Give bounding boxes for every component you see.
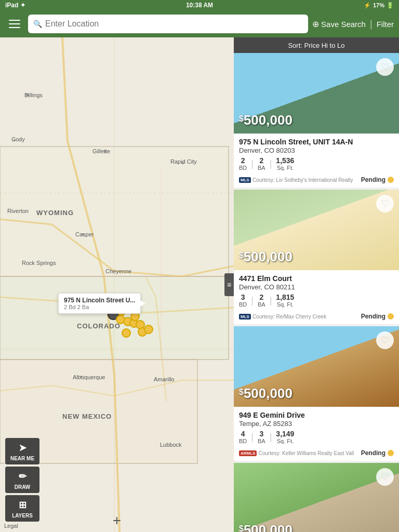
search-bar[interactable]: 🔍 [28, 15, 308, 33]
search-icon: 🔍 [33, 20, 42, 28]
save-search-button[interactable]: ⊕ Save Search [312, 19, 366, 29]
layers-label: LAYERS [12, 513, 33, 518]
listing-card-2[interactable]: $500,000 ♡ 4471 Elm Court Denver, CO 802… [234, 190, 399, 324]
nav-bar: 🔍 ⊕ Save Search | Filter [0, 10, 399, 37]
map-label-cheyenne: Cheyenne [105, 268, 131, 274]
tooltip-arrow [140, 300, 145, 307]
map-tooltip: 975 N Lincoln Street U... 2 Bd 2 Ba [58, 293, 141, 314]
listing-city-1: Denver, CO 80203 [239, 147, 394, 154]
tooltip-title: 975 N Lincoln Street U... [64, 297, 135, 304]
status-badge-3: Pending [361, 449, 394, 457]
listing-card-3[interactable]: $500,000 ♡ 949 E Gemini Drive Tempe, AZ … [234, 326, 399, 461]
layers-button[interactable]: ⊞ LAYERS [5, 495, 39, 522]
listing-city-3: Tempe, AZ 85283 [239, 420, 394, 428]
stat-bd-1: 2 BD [239, 156, 250, 171]
listing-address-2: 4471 Elm Court [239, 274, 394, 283]
battery-icon: 🔋 [387, 2, 394, 9]
svg-rect-6 [0, 147, 229, 276]
draw-button[interactable]: ✏ DRAW [5, 467, 39, 493]
status-left: iPad ✦ [5, 2, 25, 9]
map-pin[interactable] [122, 328, 131, 338]
listing-city-2: Denver, CO 80211 [239, 283, 394, 291]
listing-image-3: $500,000 ♡ [234, 326, 399, 407]
listing-price-3: $500,000 [239, 385, 292, 402]
location-search-input[interactable] [45, 19, 303, 29]
stat-sqft-3: 3,149 Sq. Ft. [273, 430, 297, 444]
status-dot-1 [388, 177, 394, 183]
status-badge-1: Pending [361, 176, 394, 183]
listing-footer-3: ARMLS Courtesy: Keller Williams Realty E… [234, 447, 399, 461]
listing-price-1: $500,000 [239, 112, 292, 128]
listing-stats-2: 3 BD | 2 BA | 1,815 Sq. Ft. [239, 293, 394, 308]
listing-price-4: $500,000 [239, 522, 292, 532]
map-label-lubbock: Lubbock [160, 442, 182, 448]
status-right: ⚡ 17% 🔋 [364, 2, 394, 9]
favorite-button-2[interactable]: ♡ [376, 195, 394, 212]
listing-address-3: 949 E Gemini Drive [239, 411, 394, 419]
map-area[interactable]: Billings Cody Gillette Rapid City WYOMIN… [0, 37, 234, 532]
hamburger-line [9, 23, 20, 24]
stat-bd-3: 4 BD [239, 430, 250, 444]
favorite-button-1[interactable]: ♡ [376, 58, 394, 76]
listings-scroll: $500,000 ♡ 975 N Lincoln Street, UNIT 14… [234, 53, 399, 532]
status-dot-2 [388, 313, 394, 320]
tooltip-sub: 2 Bd 2 Ba [64, 304, 135, 310]
map-label-colorado: COLORADO [77, 322, 121, 330]
listing-card-4[interactable]: $500,000 ♡ 887 Home Farm Avenue Denver, … [234, 463, 399, 532]
listing-address-1: 975 N Lincoln Street, UNIT 14A-N [239, 138, 394, 146]
city-dot-billings [26, 94, 29, 96]
legal-link[interactable]: Legal [4, 523, 18, 529]
draw-icon: ✏ [19, 471, 26, 482]
collapse-handle[interactable]: ≡ [224, 273, 234, 296]
ipad-label: iPad ✦ [5, 2, 25, 9]
map-label-casper: Casper [75, 231, 94, 237]
map-label-newmexico: NEW MEXICO [62, 413, 112, 420]
listing-info-1: 975 N Lincoln Street, UNIT 14A-N Denver,… [234, 134, 399, 174]
map-label-amarillo: Amarillo [154, 376, 175, 382]
save-search-label: Save Search [321, 20, 366, 29]
favorite-button-3[interactable]: ♡ [376, 331, 394, 349]
hamburger-button[interactable] [5, 15, 24, 33]
draw-label: DRAW [15, 484, 31, 490]
listing-price-2: $500,000 [239, 249, 292, 265]
bluetooth-icon: ⚡ [364, 2, 371, 9]
courtesy-3: ARMLS Courtesy: Keller Williams Realty E… [239, 450, 354, 456]
listing-image-1: $500,000 ♡ [234, 53, 399, 134]
stat-ba-3: 3 BA [255, 430, 269, 444]
collapse-icon: ≡ [227, 281, 231, 289]
stat-divider: | [251, 295, 254, 306]
near-me-label: NEAR ME [10, 456, 34, 461]
stat-sqft-1: 1,536 Sq. Ft. [273, 156, 297, 171]
stat-divider: | [270, 295, 272, 306]
map-pin[interactable] [144, 325, 153, 334]
listings-panel: Sort: Price Hi to Lo $500,000 ♡ 975 N Li… [234, 37, 399, 532]
nav-divider: | [370, 19, 373, 30]
bookmark-icon: ⊕ [312, 19, 319, 29]
courtesy-2: MLS Courtesy: Re/Max Cherry Creek [239, 314, 326, 320]
listing-info-3: 949 E Gemini Drive Tempe, AZ 85283 4 BD … [234, 407, 399, 447]
sort-bar[interactable]: Sort: Price Hi to Lo [234, 37, 399, 53]
hamburger-line [9, 20, 20, 21]
main-content: Billings Cody Gillette Rapid City WYOMIN… [0, 37, 399, 532]
mls-logo-1: MLS [239, 177, 251, 183]
map-controls: ➤ NEAR ME ✏ DRAW ⊞ LAYERS [5, 438, 39, 522]
filter-button[interactable]: Filter [377, 20, 394, 29]
favorite-button-4[interactable]: ♡ [376, 468, 394, 486]
mls-logo-3: ARMLS [239, 450, 257, 456]
listing-card-1[interactable]: $500,000 ♡ 975 N Lincoln Street, UNIT 14… [234, 53, 399, 188]
stat-divider: | [270, 432, 272, 443]
battery-label: 17% [373, 2, 384, 8]
listing-stats-3: 4 BD | 3 BA | 3,149 Sq. Ft. [239, 430, 394, 444]
city-dot-rapidcity [182, 162, 184, 164]
city-dot-albuquerque [81, 376, 83, 378]
courtesy-text-1: Courtesy: Liv Sotheby's International Re… [252, 177, 353, 183]
zoom-in-button[interactable]: + [113, 512, 121, 529]
near-me-button[interactable]: ➤ NEAR ME [5, 438, 39, 464]
status-time: 10:38 AM [186, 2, 213, 9]
layers-icon: ⊞ [19, 499, 26, 511]
status-dot-3 [388, 450, 394, 456]
listing-info-2: 4471 Elm Court Denver, CO 80211 3 BD | 2… [234, 270, 399, 311]
courtesy-text-3: Courtesy: Keller Williams Realty East Va… [258, 450, 354, 456]
mls-logo-2: MLS [239, 314, 251, 320]
map-label-gillette: Gillette [92, 148, 110, 154]
